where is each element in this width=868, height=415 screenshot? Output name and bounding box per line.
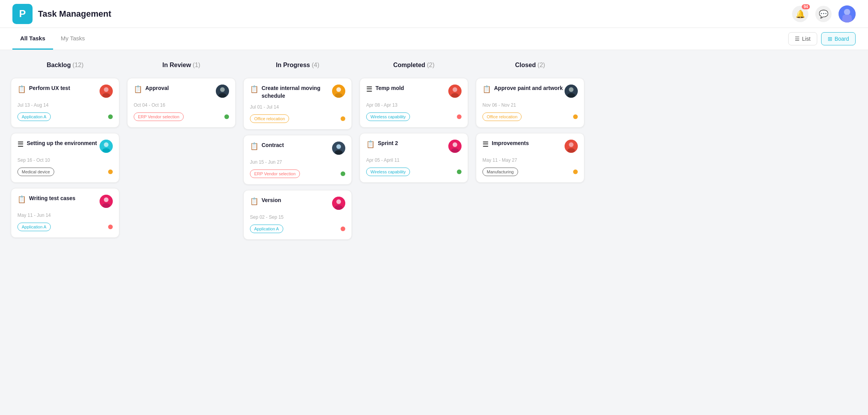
svg-point-12	[102, 203, 110, 208]
card-title: Approve paint and artwork	[494, 85, 563, 92]
card-tag: Manufacturing	[482, 168, 518, 176]
header: P Task Management 🔔 94 💬	[0, 0, 868, 28]
svg-point-21	[335, 150, 343, 155]
task-icon: ☰	[17, 140, 24, 149]
card-title: Version	[262, 197, 281, 204]
card-avatar	[448, 140, 462, 153]
task-icon: ☰	[482, 140, 489, 149]
status-dot	[224, 114, 229, 119]
task-icon: 📋	[17, 85, 26, 93]
avatar-svg	[839, 5, 856, 22]
card-title: Setting up the environment	[27, 140, 97, 147]
column-in-review-header: In Review (1)	[127, 62, 236, 73]
board-icon: ⊞	[828, 36, 832, 42]
header-right: 🔔 94 💬	[792, 5, 856, 22]
card-date: Apr 08 - Apr 13	[366, 102, 462, 108]
svg-point-26	[453, 87, 457, 92]
svg-point-14	[220, 87, 225, 92]
task-icon: 📋	[366, 140, 375, 149]
chat-button[interactable]: 💬	[815, 6, 832, 22]
card-avatar	[216, 85, 229, 98]
card-title: Temp mold	[375, 85, 404, 92]
board: Backlog (12) 📋 Perform UX test Jul 13 - …	[0, 50, 868, 411]
svg-point-9	[102, 148, 110, 153]
chat-icon: 💬	[819, 9, 828, 19]
card-date: Oct 04 - Oct 16	[134, 102, 229, 108]
card-approve-paint: 📋 Approve paint and artwork Nov 06 - Nov…	[476, 78, 584, 128]
card-title: Perform UX test	[29, 85, 70, 92]
user-avatar[interactable]	[839, 5, 856, 22]
column-in-progress-header: In Progress (4)	[243, 62, 352, 73]
column-backlog: Backlog (12) 📋 Perform UX test Jul 13 - …	[11, 62, 119, 399]
notification-badge: 94	[802, 4, 810, 9]
svg-point-35	[569, 142, 574, 147]
card-title: Approval	[145, 85, 169, 92]
card-tag: Application A	[250, 225, 283, 233]
card-create-moving: 📋 Create internal moving schedule Jul 01…	[243, 78, 352, 130]
status-dot	[457, 169, 462, 174]
card-tag: Wireless capability	[366, 112, 410, 121]
logo: P	[12, 4, 33, 24]
tab-all-tasks[interactable]: All Tasks	[12, 28, 53, 50]
svg-point-29	[453, 142, 457, 147]
bell-icon: 🔔	[796, 9, 805, 19]
task-icon: 📋	[250, 142, 258, 150]
svg-point-1	[844, 9, 850, 15]
svg-point-15	[219, 93, 226, 98]
card-avatar	[565, 140, 578, 153]
card-improvements: ☰ Improvements May 11 - May 27 Manufactu…	[476, 133, 584, 183]
svg-point-8	[104, 142, 108, 147]
card-tag: Application A	[17, 223, 51, 231]
card-writing-tests: 📋 Writing test cases May 11 - Jun 14 App…	[11, 188, 119, 238]
card-tag: Office relocation	[250, 114, 289, 123]
svg-point-6	[102, 93, 110, 98]
card-setting-env: ☰ Setting up the environment Sep 16 - Oc…	[11, 133, 119, 183]
card-tag: Medical device	[17, 168, 54, 176]
card-perform-ux: 📋 Perform UX test Jul 13 - Aug 14 Applic…	[11, 78, 119, 128]
card-contract: 📋 Contract Jun 15 - Jun 27 ERP Vendor se…	[243, 135, 352, 185]
card-date: Sep 02 - Sep 15	[250, 214, 345, 220]
card-date: Apr 05 - April 11	[366, 157, 462, 163]
column-in-progress: In Progress (4) 📋 Create internal moving…	[243, 62, 352, 399]
card-avatar	[448, 85, 462, 98]
svg-point-30	[451, 148, 459, 153]
card-avatar	[100, 195, 113, 208]
svg-point-20	[336, 144, 341, 149]
status-dot	[573, 114, 578, 119]
board-view-button[interactable]: ⊞ Board	[821, 32, 856, 45]
app-title: Task Management	[38, 9, 111, 19]
svg-point-33	[567, 93, 575, 98]
task-icon: 📋	[250, 197, 258, 206]
svg-point-18	[335, 93, 343, 98]
card-avatar	[100, 85, 113, 98]
status-dot	[341, 227, 345, 231]
card-approval: 📋 Approval Oct 04 - Oct 16 ERP Vendor se…	[127, 78, 236, 128]
svg-point-24	[335, 205, 343, 210]
status-dot	[573, 169, 578, 174]
card-tag: Office relocation	[482, 112, 522, 121]
list-view-button[interactable]: ☰ List	[788, 32, 817, 45]
status-dot	[341, 116, 345, 121]
card-avatar	[565, 85, 578, 98]
card-date: May 11 - May 27	[482, 157, 578, 163]
card-tag: Application A	[17, 112, 51, 121]
column-completed: Completed (2) ☰ Temp mold Apr 08 - Apr 1…	[360, 62, 468, 399]
status-dot	[108, 225, 113, 229]
svg-point-36	[567, 148, 575, 153]
card-date: Jul 01 - Jul 14	[250, 104, 345, 110]
task-icon: 📋	[482, 85, 491, 93]
tab-my-tasks[interactable]: My Tasks	[53, 28, 93, 50]
card-title: Contract	[262, 142, 284, 149]
card-date: Nov 06 - Nov 21	[482, 102, 578, 108]
notification-button[interactable]: 🔔 94	[792, 6, 808, 22]
column-closed-header: Closed (2)	[476, 62, 584, 73]
svg-point-32	[569, 87, 574, 92]
card-date: Jun 15 - Jun 27	[250, 159, 345, 165]
status-dot	[457, 114, 462, 119]
card-tag: ERP Vendor selection	[250, 169, 300, 178]
svg-point-23	[336, 199, 341, 204]
card-sprint-2: 📋 Sprint 2 Apr 05 - April 11 Wireless ca…	[360, 133, 468, 183]
task-icon: 📋	[250, 85, 258, 93]
card-date: Sep 16 - Oct 10	[17, 157, 113, 163]
card-title: Sprint 2	[378, 140, 398, 147]
